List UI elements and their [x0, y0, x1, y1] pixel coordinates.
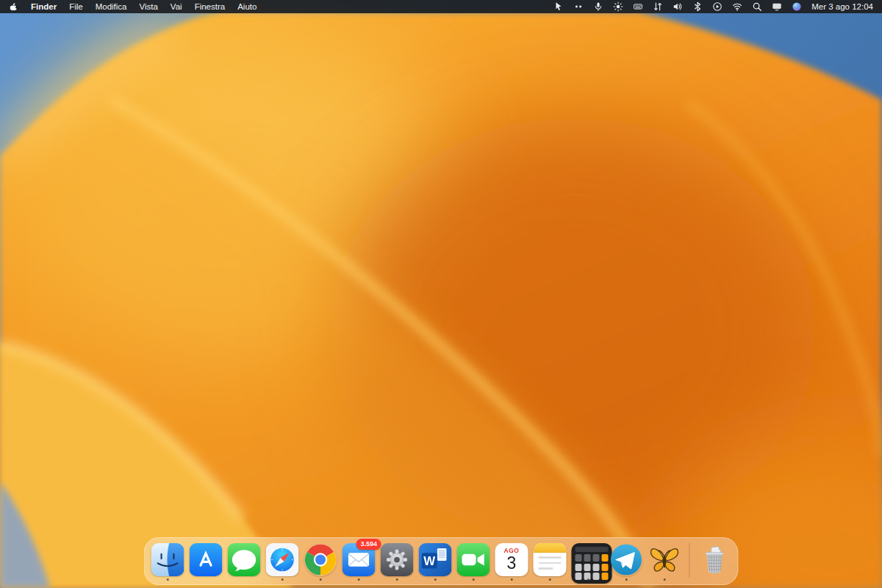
dock-item-notes[interactable] — [534, 543, 567, 576]
running-indicator — [625, 578, 628, 581]
calendar-day: 3 — [507, 555, 517, 572]
dock-item-facetime[interactable] — [457, 543, 490, 576]
dock-item-app-store[interactable] — [190, 543, 223, 576]
running-indicator — [663, 578, 666, 581]
menu-bar-left: Finder File Modifica Vista Vai Finestra … — [9, 2, 257, 12]
calendar-icon: AGO 3 — [495, 543, 528, 576]
dock-item-telegram[interactable] — [610, 543, 643, 576]
swap-arrows-icon[interactable] — [653, 1, 663, 12]
dock-item-messages[interactable] — [228, 543, 261, 576]
siri-icon[interactable] — [792, 1, 802, 12]
menu-modifica[interactable]: Modifica — [96, 2, 127, 11]
volume-icon[interactable] — [673, 1, 683, 12]
bluetooth-icon[interactable] — [692, 1, 703, 12]
telegram-icon — [610, 543, 643, 576]
spotlight-icon[interactable] — [752, 1, 762, 12]
menu-aiuto[interactable]: Aiuto — [237, 2, 257, 11]
menu-app-name[interactable]: Finder — [31, 2, 57, 11]
safari-icon — [266, 543, 299, 576]
running-indicator — [166, 578, 169, 581]
cursor-icon[interactable] — [553, 1, 564, 12]
menu-finestra[interactable]: Finestra — [195, 2, 226, 11]
system-settings-icon — [381, 543, 414, 576]
wifi-icon[interactable] — [732, 1, 742, 12]
menu-file[interactable]: File — [69, 2, 83, 11]
running-indicator — [587, 578, 589, 581]
running-indicator — [510, 578, 513, 581]
notes-icon — [534, 543, 567, 576]
app-store-icon — [190, 543, 223, 576]
menu-bar-status: Mer 3 ago 12:04 — [553, 1, 873, 12]
dock-item-word[interactable]: W — [419, 543, 452, 576]
running-indicator — [434, 578, 437, 581]
desktop-wallpaper — [0, 0, 882, 588]
trash-icon — [698, 543, 731, 576]
menu-vista[interactable]: Vista — [140, 2, 158, 11]
mic-icon[interactable] — [593, 1, 603, 12]
facetime-icon — [457, 543, 490, 576]
menu-vai[interactable]: Vai — [171, 2, 182, 11]
dock-item-system-settings[interactable] — [381, 543, 414, 576]
running-indicator — [319, 578, 322, 581]
running-indicator — [281, 578, 284, 581]
dock-item-chrome[interactable] — [304, 543, 337, 576]
brightness-icon[interactable] — [613, 1, 623, 12]
dock: 3.594 — [144, 537, 739, 585]
word-icon: W — [419, 543, 452, 576]
dock-item-mail[interactable]: 3.594 — [343, 543, 376, 576]
word-letter: W — [423, 554, 435, 568]
dock-item-trash[interactable] — [698, 543, 731, 576]
notes-top-strip — [534, 543, 567, 553]
mail-badge: 3.594 — [356, 539, 381, 550]
finder-icon — [151, 543, 184, 576]
display-icon[interactable] — [772, 1, 782, 12]
running-indicator — [357, 578, 360, 581]
running-indicator — [472, 578, 475, 581]
running-indicator — [395, 578, 398, 581]
dock-item-safari[interactable] — [266, 543, 299, 576]
apple-icon[interactable] — [9, 2, 18, 12]
dock-item-calculator[interactable] — [572, 543, 605, 576]
menubar-clock[interactable]: Mer 3 ago 12:04 — [811, 2, 873, 11]
calculator-icon — [572, 543, 612, 584]
running-indicator — [548, 578, 551, 581]
dock-separator — [689, 543, 690, 578]
dock-item-finder[interactable] — [151, 543, 184, 576]
butterfly-icon — [648, 543, 681, 576]
dock-item-calendar[interactable]: AGO 3 — [495, 543, 528, 576]
chrome-icon — [304, 543, 337, 576]
keyboard-icon[interactable] — [633, 1, 643, 12]
menu-bar: Finder File Modifica Vista Vai Finestra … — [0, 0, 882, 13]
recording-dots-icon[interactable] — [573, 1, 584, 12]
dock-item-butterfly[interactable] — [648, 543, 681, 576]
play-icon[interactable] — [712, 1, 723, 12]
messages-icon — [228, 543, 261, 576]
